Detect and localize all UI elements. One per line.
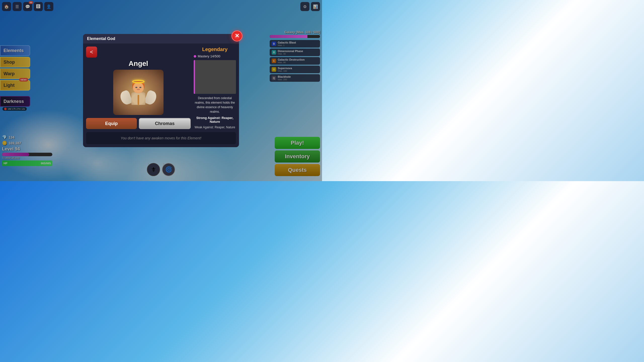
angel-torso bbox=[131, 92, 145, 105]
chromas-button[interactable]: Chromas bbox=[139, 118, 191, 129]
modal-body: < Angel bbox=[83, 44, 239, 132]
mastery-dot bbox=[194, 55, 196, 58]
angel-wing-right bbox=[144, 90, 158, 106]
element-art bbox=[113, 70, 164, 115]
modal-footer: You don't have any awaken moves for this… bbox=[86, 132, 236, 144]
angel-sash bbox=[138, 95, 139, 105]
equip-button[interactable]: Equip bbox=[86, 118, 137, 129]
modal-title: Elemental God bbox=[83, 34, 239, 44]
angel-artwork bbox=[131, 80, 145, 105]
modal-left: < Angel bbox=[86, 47, 191, 129]
strong-against: Strong Against: Reaper, Nature bbox=[194, 116, 236, 124]
modal-right: Legendary Mastery 14/500 Descended from … bbox=[191, 47, 236, 129]
mastery-bar-fill bbox=[194, 60, 195, 94]
angel-torso-container bbox=[131, 93, 145, 105]
mastery-row: Mastery 14/500 bbox=[194, 54, 236, 58]
weak-against: Weak Against: Reaper, Nature bbox=[194, 126, 236, 129]
modal-overlay: ✕ Elemental God < Angel bbox=[0, 0, 322, 181]
element-description: Descended from celestial realms, this el… bbox=[194, 96, 236, 114]
angel-halo bbox=[132, 80, 145, 83]
mastery-bar-container bbox=[194, 60, 236, 94]
mastery-text: Mastery 14/500 bbox=[198, 54, 220, 58]
modal-action-row: Equip Chromas bbox=[86, 118, 191, 129]
close-modal-button[interactable]: ✕ bbox=[231, 30, 243, 42]
angel-head bbox=[133, 82, 144, 93]
rarity-label: Legendary bbox=[194, 47, 236, 52]
element-name: Angel bbox=[129, 60, 148, 68]
element-modal: ✕ Elemental God < Angel bbox=[83, 34, 239, 147]
awaken-message: You don't have any awaken moves for this… bbox=[121, 136, 202, 140]
angel-head-container bbox=[133, 82, 144, 93]
angel-wing-left bbox=[119, 90, 133, 106]
back-button[interactable]: < bbox=[86, 47, 97, 58]
